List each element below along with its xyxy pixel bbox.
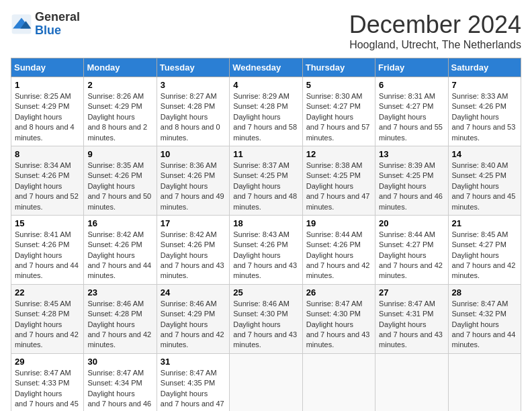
day-number: 18	[233, 218, 298, 228]
day-cell: 17 Sunrise: 8:42 AMSunset: 4:26 PMDaylig…	[157, 215, 229, 284]
calendar-week-row: 8 Sunrise: 8:34 AMSunset: 4:26 PMDayligh…	[11, 146, 521, 215]
day-cell: 3 Sunrise: 8:27 AMSunset: 4:28 PMDayligh…	[157, 77, 229, 146]
day-cell: 20 Sunrise: 8:44 AMSunset: 4:27 PMDaylig…	[375, 215, 448, 284]
day-number: 25	[233, 287, 298, 298]
day-number: 19	[306, 218, 371, 228]
day-cell: 4 Sunrise: 8:29 AMSunset: 4:28 PMDayligh…	[230, 77, 302, 146]
day-number: 13	[379, 149, 444, 159]
day-cell: 28 Sunrise: 8:47 AMSunset: 4:32 PMDaylig…	[448, 284, 521, 353]
day-number: 22	[15, 287, 80, 298]
day-cell: 6 Sunrise: 8:31 AMSunset: 4:27 PMDayligh…	[375, 77, 448, 146]
day-number: 17	[161, 218, 226, 228]
day-detail: Sunrise: 8:47 AMSunset: 4:31 PMDaylight …	[379, 299, 444, 351]
title-area: December 2024 Hoogland, Utrecht, The Net…	[349, 11, 521, 51]
day-detail: Sunrise: 8:31 AMSunset: 4:27 PMDaylight …	[379, 91, 444, 143]
day-number: 29	[15, 357, 80, 367]
day-detail: Sunrise: 8:33 AMSunset: 4:26 PMDaylight …	[452, 91, 517, 143]
day-number: 8	[15, 149, 80, 159]
calendar-header-row: SundayMondayTuesdayWednesdayThursdayFrid…	[11, 58, 521, 77]
calendar-week-row: 15 Sunrise: 8:41 AMSunset: 4:26 PMDaylig…	[11, 215, 521, 284]
day-detail: Sunrise: 8:46 AMSunset: 4:28 PMDaylight …	[87, 299, 152, 351]
day-cell: 1 Sunrise: 8:25 AMSunset: 4:29 PMDayligh…	[11, 77, 84, 146]
day-number: 14	[452, 149, 517, 159]
day-number: 23	[87, 287, 152, 298]
day-cell: 16 Sunrise: 8:42 AMSunset: 4:26 PMDaylig…	[84, 215, 157, 284]
day-number: 30	[87, 357, 152, 367]
day-number: 9	[87, 149, 152, 159]
day-detail: Sunrise: 8:46 AMSunset: 4:29 PMDaylight …	[161, 299, 226, 351]
day-number: 2	[87, 80, 152, 90]
day-number: 20	[379, 218, 444, 228]
day-number: 11	[233, 149, 298, 159]
day-detail: Sunrise: 8:30 AMSunset: 4:27 PMDaylight …	[306, 91, 371, 143]
day-cell: 19 Sunrise: 8:44 AMSunset: 4:26 PMDaylig…	[302, 215, 375, 284]
day-cell: 8 Sunrise: 8:34 AMSunset: 4:26 PMDayligh…	[11, 146, 84, 215]
day-number: 4	[233, 80, 298, 90]
day-cell: 11 Sunrise: 8:37 AMSunset: 4:25 PMDaylig…	[230, 146, 302, 215]
day-detail: Sunrise: 8:44 AMSunset: 4:27 PMDaylight …	[379, 230, 444, 281]
day-detail: Sunrise: 8:46 AMSunset: 4:30 PMDaylight …	[233, 299, 298, 351]
day-cell: 12 Sunrise: 8:38 AMSunset: 4:25 PMDaylig…	[302, 146, 375, 215]
day-cell: 7 Sunrise: 8:33 AMSunset: 4:26 PMDayligh…	[448, 77, 521, 146]
day-cell: 25 Sunrise: 8:46 AMSunset: 4:30 PMDaylig…	[230, 284, 302, 353]
day-detail: Sunrise: 8:26 AMSunset: 4:29 PMDaylight …	[87, 91, 152, 143]
logo-text-general: General	[35, 11, 80, 24]
logo-text-blue: Blue	[35, 24, 80, 38]
day-number: 12	[306, 149, 371, 159]
day-detail: Sunrise: 8:41 AMSunset: 4:26 PMDaylight …	[15, 230, 80, 281]
day-number: 31	[161, 357, 226, 367]
day-number: 1	[15, 80, 80, 90]
day-detail: Sunrise: 8:44 AMSunset: 4:26 PMDaylight …	[306, 230, 371, 281]
day-detail: Sunrise: 8:47 AMSunset: 4:34 PMDaylight …	[87, 368, 152, 411]
calendar-table: SundayMondayTuesdayWednesdayThursdayFrid…	[11, 58, 521, 411]
day-number: 24	[161, 287, 226, 298]
day-number: 21	[452, 218, 517, 228]
weekday-header: Thursday	[302, 58, 375, 77]
day-cell: 14 Sunrise: 8:40 AMSunset: 4:25 PMDaylig…	[448, 146, 521, 215]
weekday-header: Friday	[375, 58, 448, 77]
page-header: General Blue December 2024 Hoogland, Utr…	[11, 11, 521, 51]
day-number: 3	[161, 80, 226, 90]
day-number: 16	[87, 218, 152, 228]
day-cell: 15 Sunrise: 8:41 AMSunset: 4:26 PMDaylig…	[11, 215, 84, 284]
day-detail: Sunrise: 8:47 AMSunset: 4:30 PMDaylight …	[306, 299, 371, 351]
calendar-week-row: 29 Sunrise: 8:47 AMSunset: 4:33 PMDaylig…	[11, 353, 521, 411]
day-cell: 13 Sunrise: 8:39 AMSunset: 4:25 PMDaylig…	[375, 146, 448, 215]
day-detail: Sunrise: 8:47 AMSunset: 4:33 PMDaylight …	[15, 368, 80, 411]
weekday-header: Monday	[84, 58, 157, 77]
day-detail: Sunrise: 8:36 AMSunset: 4:26 PMDaylight …	[161, 161, 226, 212]
weekday-header: Wednesday	[230, 58, 302, 77]
location: Hoogland, Utrecht, The Netherlands	[349, 39, 521, 51]
day-number: 15	[15, 218, 80, 228]
day-cell: 18 Sunrise: 8:43 AMSunset: 4:26 PMDaylig…	[230, 215, 302, 284]
month-title: December 2024	[349, 11, 521, 39]
day-cell: 21 Sunrise: 8:45 AMSunset: 4:27 PMDaylig…	[448, 215, 521, 284]
day-number: 28	[452, 287, 517, 298]
empty-day-cell	[375, 353, 448, 411]
day-cell: 24 Sunrise: 8:46 AMSunset: 4:29 PMDaylig…	[157, 284, 229, 353]
empty-day-cell	[448, 353, 521, 411]
day-cell: 2 Sunrise: 8:26 AMSunset: 4:29 PMDayligh…	[84, 77, 157, 146]
day-detail: Sunrise: 8:25 AMSunset: 4:29 PMDaylight …	[15, 91, 80, 143]
day-cell: 29 Sunrise: 8:47 AMSunset: 4:33 PMDaylig…	[11, 353, 84, 411]
day-detail: Sunrise: 8:42 AMSunset: 4:26 PMDaylight …	[161, 230, 226, 281]
day-detail: Sunrise: 8:39 AMSunset: 4:25 PMDaylight …	[379, 161, 444, 212]
day-cell: 10 Sunrise: 8:36 AMSunset: 4:26 PMDaylig…	[157, 146, 229, 215]
empty-day-cell	[230, 353, 302, 411]
day-number: 6	[379, 80, 444, 90]
calendar-week-row: 22 Sunrise: 8:45 AMSunset: 4:28 PMDaylig…	[11, 284, 521, 353]
day-detail: Sunrise: 8:45 AMSunset: 4:28 PMDaylight …	[15, 299, 80, 351]
calendar-week-row: 1 Sunrise: 8:25 AMSunset: 4:29 PMDayligh…	[11, 77, 521, 146]
day-cell: 9 Sunrise: 8:35 AMSunset: 4:26 PMDayligh…	[84, 146, 157, 215]
logo-icon	[11, 13, 32, 35]
day-detail: Sunrise: 8:42 AMSunset: 4:26 PMDaylight …	[87, 230, 152, 281]
day-detail: Sunrise: 8:45 AMSunset: 4:27 PMDaylight …	[452, 230, 517, 281]
logo: General Blue	[11, 11, 80, 38]
day-detail: Sunrise: 8:35 AMSunset: 4:26 PMDaylight …	[87, 161, 152, 212]
day-number: 26	[306, 287, 371, 298]
day-cell: 30 Sunrise: 8:47 AMSunset: 4:34 PMDaylig…	[84, 353, 157, 411]
day-detail: Sunrise: 8:47 AMSunset: 4:32 PMDaylight …	[452, 299, 517, 351]
day-detail: Sunrise: 8:27 AMSunset: 4:28 PMDaylight …	[161, 91, 226, 143]
day-detail: Sunrise: 8:29 AMSunset: 4:28 PMDaylight …	[233, 91, 298, 143]
day-number: 5	[306, 80, 371, 90]
